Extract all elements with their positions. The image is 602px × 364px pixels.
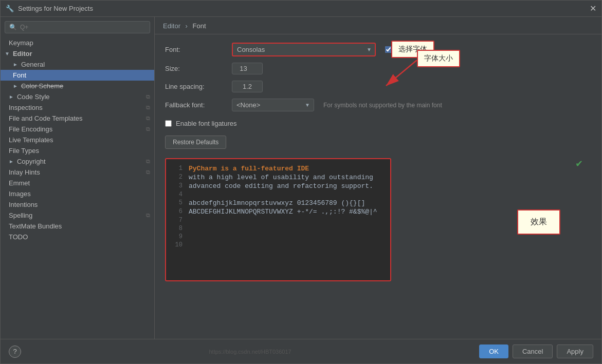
file-code-templates-label: File and Code Templates (9, 114, 83, 122)
font-select-wrapper[interactable]: Consolas Arial Courier New Monaco Menlo … (232, 43, 376, 56)
ligatures-label: Enable font ligatures (176, 120, 237, 127)
code-style-label: Code Style (17, 93, 50, 101)
line-num-9: 9 (172, 233, 183, 240)
app-icon: 🔧 (6, 5, 14, 13)
size-row: Size: (165, 63, 591, 74)
todo-label: TODO (9, 233, 28, 241)
line-spacing-input[interactable] (232, 81, 263, 92)
line-num-8: 8 (172, 225, 183, 232)
sidebar-item-live-templates[interactable]: Live Templates (1, 135, 154, 145)
breadcrumb-separator: › (186, 22, 188, 30)
line-content-2: with a high level of usability and outst… (189, 174, 384, 181)
file-types-label: File Types (9, 147, 39, 155)
line-num-10: 10 (172, 241, 183, 248)
sidebar-tree: Keymap ▼ Editor ► General Font ► (1, 37, 154, 339)
sidebar-item-textmate-bundles[interactable]: TextMate Bundles (1, 221, 154, 232)
checkmark-icon: ✔ (575, 158, 583, 169)
line-spacing-row: Line spacing: (165, 81, 591, 92)
line-num-2: 2 (172, 174, 183, 181)
apply-button[interactable]: Apply (557, 344, 593, 358)
footer: ? https://blog.csdn.net/HBT036017 OK Can… (1, 339, 601, 363)
breadcrumb-editor: Editor (163, 22, 180, 30)
sidebar-item-general[interactable]: ► General (1, 59, 154, 70)
window-title: Settings for New Projects (18, 5, 590, 12)
sidebar: 🔍 Keymap ▼ Editor ► General (1, 17, 155, 339)
line-content-5: abcdefghijklmnopqrstuvwxyz 0123456789 ()… (189, 199, 384, 207)
intentions-label: Intentions (9, 201, 38, 208)
sidebar-item-images[interactable]: Images (1, 188, 154, 199)
inlay-hints-label: Inlay Hints (9, 168, 40, 176)
ligatures-checkbox[interactable] (165, 120, 172, 127)
line-spacing-container: Line spacing: (165, 81, 591, 92)
font-row-container: Font: Consolas Arial Courier New Monaco … (165, 43, 591, 56)
preview-line-6: 6 ABCDEFGHIJKLMNOPQRSTUVWXYZ +-*/= .,;:!… (166, 207, 390, 216)
sidebar-item-inspections[interactable]: Inspections ⧉ (1, 102, 154, 113)
inspections-label: Inspections (9, 104, 43, 111)
sidebar-item-file-code-templates[interactable]: File and Code Templates ⧉ (1, 113, 154, 124)
preview-line-2: 2 with a high level of usability and out… (166, 173, 390, 182)
color-scheme-arrow: ► (13, 83, 18, 89)
preview-line-10: 10 (166, 241, 390, 249)
search-box[interactable]: 🔍 (5, 21, 150, 33)
search-input[interactable] (20, 24, 145, 31)
preview-line-5: 5 abcdefghijklmnopqrstuvwxyz 0123456789 … (166, 199, 390, 207)
fallback-hint: For symbols not supported by the main fo… (323, 102, 442, 109)
emmet-label: Emmet (9, 179, 30, 187)
images-label: Images (9, 190, 31, 198)
fallback-select[interactable]: <None> (232, 99, 314, 111)
copy-icon-file-code-templates: ⧉ (146, 115, 150, 122)
general-arrow: ► (13, 62, 18, 67)
sidebar-item-color-scheme[interactable]: ► Color Scheme (1, 81, 154, 91)
size-row-container: Size: (165, 63, 591, 74)
general-label: General (21, 61, 45, 68)
help-button[interactable]: ? (9, 346, 21, 358)
line-num-7: 7 (172, 217, 183, 224)
sidebar-item-code-style[interactable]: ► Code Style ⧉ (1, 91, 154, 102)
close-button[interactable]: ✕ (590, 4, 596, 13)
cancel-button[interactable]: Cancel (513, 344, 553, 358)
sidebar-item-file-encodings[interactable]: File Encodings ⧉ (1, 124, 154, 135)
line-spacing-form-label: Line spacing: (165, 83, 227, 90)
keymap-label: Keymap (9, 39, 33, 47)
size-form-label: Size: (165, 65, 227, 72)
copy-icon-inlay-hints: ⧉ (146, 169, 150, 176)
live-templates-label: Live Templates (9, 136, 53, 144)
fallback-select-wrapper[interactable]: <None> ▼ (232, 99, 314, 111)
file-encodings-label: File Encodings (9, 125, 52, 133)
fallback-row: Fallback font: <None> ▼ For symbols not … (165, 99, 591, 111)
sidebar-item-font[interactable]: Font (1, 70, 154, 81)
preview-line-4: 4 (166, 190, 390, 199)
size-input[interactable] (232, 63, 263, 74)
line-content-9 (189, 233, 384, 240)
sidebar-item-emmet[interactable]: Emmet (1, 178, 154, 188)
sidebar-item-editor[interactable]: ▼ Editor (1, 48, 154, 59)
effect-annotation: 效果 (517, 209, 560, 235)
sidebar-item-keymap[interactable]: Keymap (1, 37, 154, 48)
copyright-label: Copyright (17, 158, 46, 165)
size-annotation: 字体大小 (417, 50, 460, 67)
search-icon: 🔍 (9, 24, 17, 31)
sidebar-item-file-types[interactable]: File Types (1, 145, 154, 156)
breadcrumb: Editor › Font (155, 17, 601, 34)
titlebar: 🔧 Settings for New Projects ✕ (1, 1, 601, 17)
sidebar-item-inlay-hints[interactable]: Inlay Hints ⧉ (1, 167, 154, 178)
line-content-1: PyCharm is a full-featured IDE (189, 165, 384, 173)
font-row: Font: Consolas Arial Courier New Monaco … (165, 43, 591, 56)
ok-button[interactable]: OK (479, 344, 508, 358)
sidebar-item-spelling[interactable]: Spelling ⧉ (1, 210, 154, 221)
preview-line-3: 3 advanced code editing and refactoring … (166, 182, 390, 190)
copy-icon-copyright: ⧉ (146, 158, 150, 165)
sidebar-item-intentions[interactable]: Intentions (1, 199, 154, 210)
line-num-6: 6 (172, 208, 183, 216)
line-content-6: ABCDEFGHIJKLMNOPQRSTUVWXYZ +-*/= .,;:!? … (189, 208, 384, 216)
line-num-4: 4 (172, 191, 183, 198)
font-select[interactable]: Consolas Arial Courier New Monaco Menlo (232, 43, 376, 56)
line-content-3: advanced code editing and refactoring su… (189, 182, 384, 190)
sidebar-item-todo[interactable]: TODO (1, 232, 154, 242)
restore-defaults-button[interactable]: Restore Defaults (165, 136, 226, 149)
line-num-5: 5 (172, 199, 183, 207)
preview-line-9: 9 (166, 233, 390, 241)
color-scheme-label: Color Scheme (21, 82, 63, 90)
line-content-4 (189, 191, 384, 198)
sidebar-item-copyright[interactable]: ► Copyright ⧉ (1, 156, 154, 167)
